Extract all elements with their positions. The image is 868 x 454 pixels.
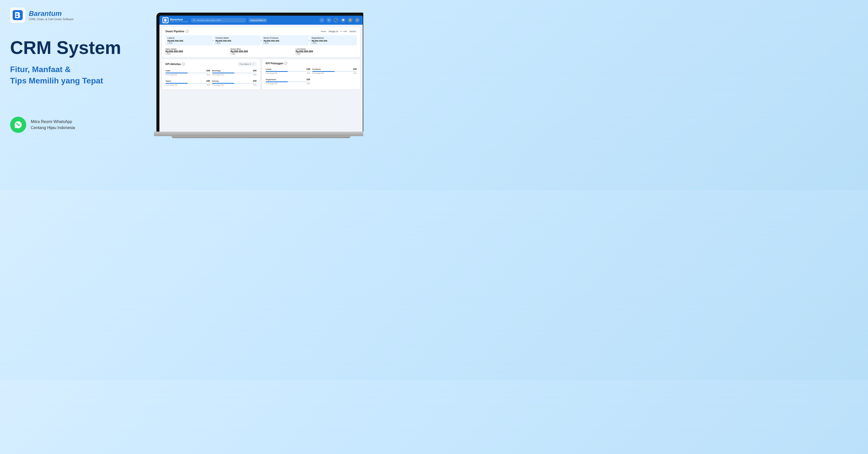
kpi-item-name: Contacts <box>312 68 321 70</box>
kpi-item-value: 100 <box>306 68 310 70</box>
hero-subtitle: Fitur, Manfaat & Tips Memilih yang Tepat <box>10 64 151 87</box>
deal-stat-amount: Rp300.000.000 <box>165 50 226 53</box>
subtitle-line2: Tips Memilih yang Tepat <box>10 76 103 85</box>
crm-modules-label: Semua Modul <box>251 19 263 22</box>
kpi-item-percent: 50% <box>207 74 210 76</box>
kpi-menu-icon[interactable]: ⋮ <box>252 62 255 66</box>
deals-summary: Open Deals Rp300.000.000 2 data Deals Wo… <box>165 48 357 55</box>
deals-info-icon: i <box>186 30 189 33</box>
kpi-item-name: Calls <box>165 70 170 72</box>
laptop: Barantum CRM, Chats, & Call Center Temuk… <box>156 12 363 138</box>
kpi-item-target: From target 200 <box>212 74 224 76</box>
kpi-item-value: 100 <box>253 69 256 72</box>
crm-brand-tagline: CRM, Chats, & Call Center <box>170 21 188 23</box>
kpi-item-name: Survey <box>212 80 219 82</box>
crm-brand-name: Barantum <box>170 18 183 21</box>
kpi-item-target: From target 200 <box>165 74 177 76</box>
svg-point-4 <box>193 20 195 21</box>
chevron-filter-icon: ▾ <box>250 63 251 65</box>
notification-icon[interactable]: 🔔 <box>348 18 353 23</box>
kpi-item-percent: 50% <box>307 83 310 85</box>
pipeline-stage[interactable]: Contact Made Rp300.000.000 2 data <box>214 35 261 45</box>
pipeline-stages: Lead In Rp300.000.000 2 data Contact Mad… <box>165 35 357 45</box>
kpi-pelanggan-card: KPI Pelanggan i Leads 100 From target 20… <box>262 59 360 90</box>
phone-icon[interactable]: 📞 <box>334 18 339 23</box>
add-icon[interactable]: ＋ <box>319 18 324 23</box>
stage-amount: Rp300.000.000 <box>167 40 211 42</box>
stage-name: Negotiations <box>312 37 355 39</box>
deals-title-text: Deals Pipeline <box>165 30 184 33</box>
kpi-pelanggan-info-icon: i <box>284 62 287 65</box>
svg-rect-2 <box>16 15 18 17</box>
stage-count: 2 data <box>216 42 259 44</box>
whatsapp-badge: Mitra Resmi WhatsApp Centang Hijau Indon… <box>10 117 151 133</box>
kpi-filter-text: This Week <box>239 63 249 65</box>
crm-modules-button[interactable]: Semua Modul ▾ <box>249 19 267 22</box>
deal-stat-count: 2 data <box>230 53 291 55</box>
kpi-aktivitas-item: Calls 100 From target 200 50% <box>165 68 210 77</box>
deal-summary-stat: Deals Won Rp300.000.000 2 data <box>230 48 291 55</box>
kpi-item-target: From target 200 <box>212 84 224 86</box>
deals-title: Deals Pipeline i <box>165 30 189 33</box>
stage-count: 2 data <box>312 42 355 44</box>
logo-area: Barantum CRM, Chats, & Call Center Softw… <box>10 7 151 23</box>
deals-card-actions: dalam Minggu ini ▾ milik semua <box>321 30 357 33</box>
stage-amount: Rp300.000.000 <box>312 40 355 42</box>
chevron-period-icon[interactable]: ▾ <box>341 30 342 33</box>
kpi-item-value: 100 <box>206 80 210 82</box>
kpi-aktivitas-card: KPI Aktivitas i This Week ▾ ⋮ <box>162 59 260 90</box>
kpi-aktivitas-item: Meetings 100 From target 200 50% <box>212 68 257 77</box>
crm-content: Deals Pipeline i dalam Minggu ini ▾ mili… <box>159 25 363 132</box>
kpi-aktivitas-items: Calls 100 From target 200 50% Meetings 1… <box>165 68 256 87</box>
laptop-foot <box>172 136 351 138</box>
crm-logo: Barantum CRM, Chats, & Call Center <box>162 17 188 23</box>
stage-name: Lead In <box>167 37 211 39</box>
crm-search-bar[interactable]: Temukan data dalam CRM... <box>191 18 246 23</box>
stage-count: 2 data <box>264 42 307 44</box>
pipeline-stage[interactable]: Negotiations Rp300.000.000 2 data <box>310 35 357 45</box>
owner-value[interactable]: semua <box>349 30 357 33</box>
laptop-screen: Barantum CRM, Chats, & Call Center Temuk… <box>156 12 363 132</box>
crm-brand-text: Barantum CRM, Chats, & Call Center <box>170 18 188 23</box>
deal-stat-count: 2 data <box>296 53 357 55</box>
stage-name: Contact Made <box>216 37 259 39</box>
brand-name: Barantum <box>29 9 74 18</box>
pipeline-stage[interactable]: Demo Products Rp300.000.000 2 data <box>261 35 309 45</box>
period-label: dalam <box>321 30 327 33</box>
kpi-item-value: 100 <box>353 68 357 70</box>
stage-amount: Rp300.000.000 <box>216 40 259 42</box>
deal-summary-stat: Open Deals Rp300.000.000 2 data <box>165 48 226 55</box>
stage-name: Demo Products <box>264 37 307 39</box>
kpi-item-target: From target 200 <box>266 72 277 74</box>
kpi-row: KPI Aktivitas i This Week ▾ ⋮ <box>162 59 360 90</box>
kpi-aktivitas-item: Tasks 100 From target 200 50% <box>165 79 210 87</box>
kpi-item-name: Leads <box>266 68 272 70</box>
refresh-icon[interactable]: ↻ <box>327 18 332 23</box>
page-title: CRM System <box>10 38 151 58</box>
laptop-mockup: Barantum CRM, Chats, & Call Center Temuk… <box>156 12 363 138</box>
subtitle-line1: Fitur, Manfaat & <box>10 65 71 74</box>
deal-stat-count: 2 data <box>165 53 226 55</box>
alert-icon[interactable]: ⚡ <box>355 18 360 23</box>
stage-amount: Rp300.000.000 <box>264 40 307 42</box>
chat-icon[interactable]: 💬 <box>341 18 346 23</box>
brand-tagline: CRM, Chats, & Call Center Software <box>29 18 74 21</box>
kpi-item-target: From target 200 <box>312 72 324 74</box>
whatsapp-icon <box>10 117 26 133</box>
stage-count: 2 data <box>167 42 211 44</box>
kpi-aktivitas-filter[interactable]: This Week ▾ ⋮ <box>238 62 256 66</box>
period-value[interactable]: Minggu ini <box>328 30 339 33</box>
kpi-item-percent: 50% <box>353 72 357 74</box>
kpi-item-percent: 50% <box>307 72 310 74</box>
svg-line-5 <box>194 21 195 21</box>
chevron-down-icon: ▾ <box>264 19 265 22</box>
crm-topbar-icons: ＋ ↻ 📞 💬 🔔 ⚡ <box>319 18 360 23</box>
pipeline-stage[interactable]: Lead In Rp300.000.000 2 data <box>165 35 213 45</box>
deals-card-header: Deals Pipeline i dalam Minggu ini ▾ mili… <box>165 30 357 33</box>
deals-pipeline-card: Deals Pipeline i dalam Minggu ini ▾ mili… <box>162 27 360 57</box>
kpi-aktivitas-header: KPI Aktivitas i This Week ▾ ⋮ <box>165 62 256 66</box>
screen-content: Barantum CRM, Chats, & Call Center Temuk… <box>159 15 363 132</box>
brand-text: Barantum CRM, Chats, & Call Center Softw… <box>29 9 74 21</box>
kpi-item-target: From target 200 <box>165 84 177 86</box>
owner-label: milik <box>343 30 347 33</box>
